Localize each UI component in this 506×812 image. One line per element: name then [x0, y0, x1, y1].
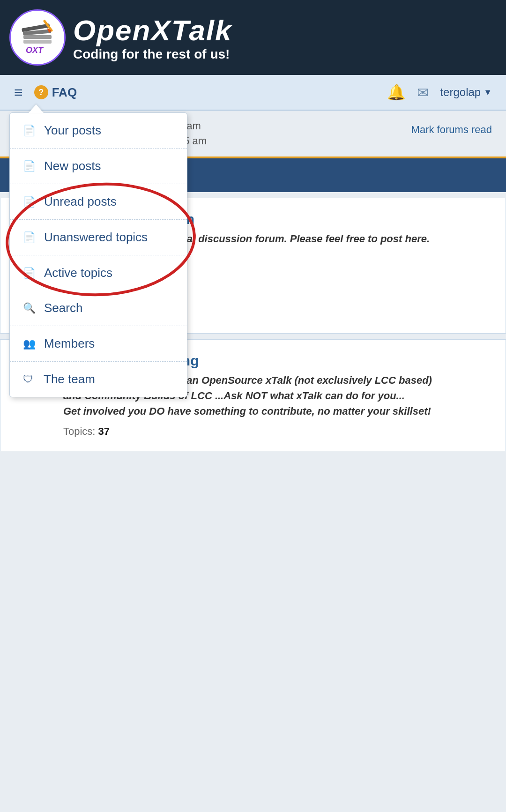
navbar: ≡ ? FAQ 🔔 ✉ tergolap ▼ 📄 Your posts 📄 Ne… — [0, 75, 506, 111]
brand-tagline: Coding for the rest of us! — [73, 47, 232, 62]
svg-rect-3 — [23, 40, 52, 44]
search-icon: 🔍 — [23, 302, 36, 314]
faq-link[interactable]: ? FAQ — [34, 85, 77, 100]
nav-left: ≡ ? FAQ — [14, 84, 77, 101]
active-topics-icon: 📄 — [23, 267, 36, 279]
topics-count-planning: 37 — [98, 425, 110, 437]
dropdown-item-unread-posts[interactable]: 📄 Unread posts — [10, 184, 187, 220]
dropdown-item-new-posts[interactable]: 📄 New posts — [10, 149, 187, 184]
dropdown-arrow-up-icon — [29, 104, 44, 113]
unread-posts-label: Unread posts — [44, 194, 117, 209]
unanswered-topics-label: Unanswered topics — [44, 230, 148, 245]
header-brand: OpenXTalk Coding for the rest of us! — [73, 14, 232, 62]
the-team-label: The team — [44, 372, 95, 387]
logo-circle: OXT — [9, 9, 66, 66]
members-icon: 👥 — [23, 338, 36, 350]
dropdown-item-search[interactable]: 🔍 Search — [10, 291, 187, 326]
svg-rect-2 — [23, 35, 52, 39]
mark-forums-read-link[interactable]: Mark forums read — [411, 124, 492, 136]
faq-question-icon: ? — [34, 85, 48, 99]
the-team-icon: 🛡 — [23, 373, 35, 386]
faq-label: FAQ — [52, 85, 77, 100]
dropdown-item-unanswered-topics[interactable]: 📄 Unanswered topics — [10, 220, 187, 255]
dropdown-item-your-posts[interactable]: 📄 Your posts — [10, 113, 187, 149]
unanswered-topics-icon: 📄 — [23, 231, 36, 244]
new-posts-label: New posts — [44, 159, 101, 173]
nav-dropdown-menu: 📄 Your posts 📄 New posts 📄 Unread posts … — [9, 112, 187, 397]
svg-text:OXT: OXT — [26, 45, 44, 55]
username-label: tergolap — [440, 86, 481, 99]
dropdown-item-active-topics[interactable]: 📄 Active topics — [10, 255, 187, 291]
brand-name: OpenXTalk — [73, 14, 232, 47]
forum-meta-planning: Topics: 37 — [63, 425, 491, 438]
your-posts-icon: 📄 — [23, 125, 36, 137]
new-posts-icon: 📄 — [23, 160, 36, 172]
nav-right: 🔔 ✉ tergolap ▼ — [387, 83, 492, 101]
members-label: Members — [44, 336, 95, 351]
search-label: Search — [44, 301, 82, 315]
logo-svg: OXT — [16, 16, 59, 59]
active-topics-label: Active topics — [44, 266, 112, 280]
dropdown-item-the-team[interactable]: 🛡 The team — [10, 362, 187, 397]
unread-posts-icon: 📄 — [23, 196, 36, 208]
logo-container: OXT OpenXTalk Coding for the rest of us! — [9, 9, 232, 66]
your-posts-label: Your posts — [44, 123, 101, 138]
notifications-bell-icon[interactable]: 🔔 — [387, 83, 406, 101]
site-header: OXT OpenXTalk Coding for the rest of us! — [0, 0, 506, 75]
user-dropdown-arrow-icon: ▼ — [484, 88, 492, 97]
hamburger-menu-icon[interactable]: ≡ — [14, 84, 23, 101]
user-menu[interactable]: tergolap ▼ — [440, 86, 492, 99]
messages-icon[interactable]: ✉ — [417, 84, 429, 101]
dropdown-item-members[interactable]: 👥 Members — [10, 326, 187, 362]
